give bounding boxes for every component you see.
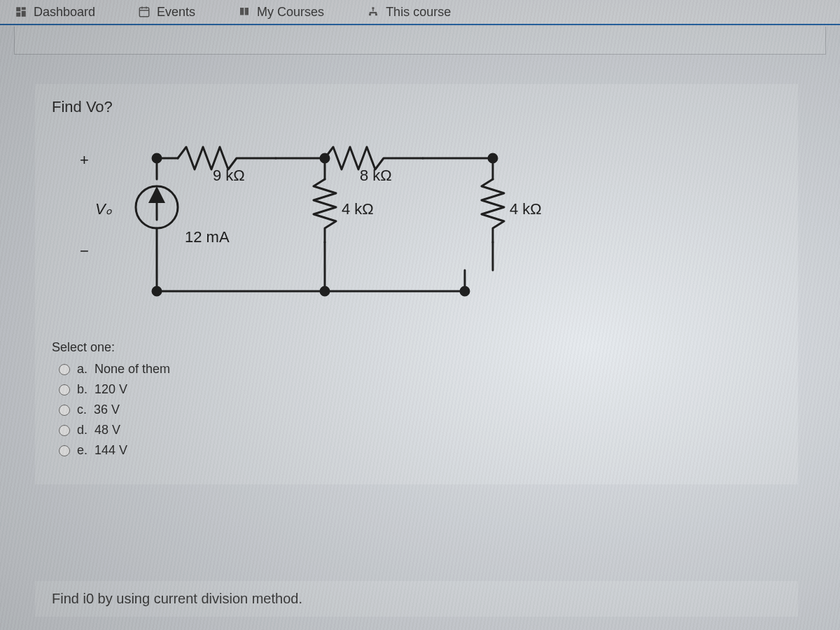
option-d-text: 48 V bbox=[94, 423, 120, 438]
r3-label: 4 kΩ bbox=[342, 200, 374, 218]
svg-point-5 bbox=[153, 287, 161, 295]
option-d-letter: d. bbox=[77, 423, 88, 438]
nav-events[interactable]: Events bbox=[137, 5, 195, 20]
next-question-prompt: Find i0 by using current division method… bbox=[35, 581, 798, 617]
select-one-label: Select one: bbox=[52, 340, 781, 355]
calendar-icon bbox=[137, 6, 151, 18]
option-c-letter: c. bbox=[77, 402, 87, 417]
option-b-letter: b. bbox=[77, 382, 88, 397]
circuit-diagram: + Vₒ − 9 kΩ 8 kΩ 4 kΩ 4 kΩ 12 mA bbox=[73, 130, 605, 312]
answers-block: Select one: a. None of them b. 120 V c. … bbox=[52, 340, 781, 458]
nav-thiscourse[interactable]: This course bbox=[366, 5, 451, 20]
option-a-letter: a. bbox=[77, 362, 88, 377]
option-c-text: 36 V bbox=[94, 402, 120, 417]
option-e-radio[interactable] bbox=[59, 445, 70, 456]
option-d-radio[interactable] bbox=[59, 425, 70, 436]
option-a[interactable]: a. None of them bbox=[59, 362, 781, 377]
vo-plus-label: + bbox=[80, 151, 89, 169]
svg-point-6 bbox=[321, 287, 329, 295]
option-c[interactable]: c. 36 V bbox=[59, 402, 781, 417]
r4-label: 4 kΩ bbox=[510, 200, 542, 218]
circuit-svg bbox=[73, 130, 605, 312]
book-icon bbox=[237, 6, 251, 18]
isrc-label: 12 mA bbox=[185, 228, 230, 246]
option-b-radio[interactable] bbox=[59, 384, 70, 396]
nav-mycourses-label: My Courses bbox=[257, 5, 324, 20]
option-e-text: 144 V bbox=[94, 443, 127, 458]
option-c-radio[interactable] bbox=[59, 405, 70, 416]
tab-bar-empty bbox=[14, 27, 826, 55]
question-card: Find Vo? bbox=[35, 84, 798, 484]
option-a-text: None of them bbox=[94, 362, 170, 377]
r1-label: 9 kΩ bbox=[213, 167, 245, 185]
nav-dashboard-label: Dashboard bbox=[34, 5, 95, 20]
option-b[interactable]: b. 120 V bbox=[59, 382, 781, 397]
sitemap-icon bbox=[366, 6, 380, 18]
option-e[interactable]: e. 144 V bbox=[59, 443, 781, 458]
dashboard-icon bbox=[14, 6, 28, 18]
option-a-radio[interactable] bbox=[59, 364, 70, 375]
nav-mycourses[interactable]: My Courses bbox=[237, 5, 324, 20]
vo-minus-label: − bbox=[80, 242, 89, 260]
nav-dashboard[interactable]: Dashboard bbox=[14, 5, 95, 20]
question-title: Find Vo? bbox=[52, 98, 781, 116]
vo-label: Vₒ bbox=[95, 200, 112, 218]
nav-events-label: Events bbox=[157, 5, 195, 20]
option-e-letter: e. bbox=[77, 443, 88, 458]
r2-label: 8 kΩ bbox=[360, 167, 392, 185]
nav-thiscourse-label: This course bbox=[386, 5, 451, 20]
svg-rect-0 bbox=[139, 8, 149, 17]
option-b-text: 120 V bbox=[94, 382, 127, 397]
option-d[interactable]: d. 48 V bbox=[59, 423, 781, 438]
top-nav: Dashboard Events My Courses This course bbox=[0, 0, 840, 25]
